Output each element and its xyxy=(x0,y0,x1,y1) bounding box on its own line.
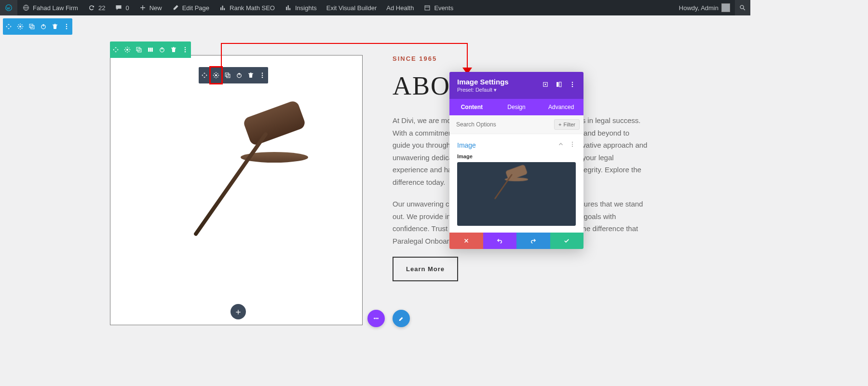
add-module-button[interactable]: ＋ xyxy=(231,304,246,319)
svg-rect-21 xyxy=(151,48,153,52)
new-label: New xyxy=(149,4,162,12)
comments[interactable]: 0 xyxy=(110,0,134,15)
move-icon[interactable] xyxy=(3,18,14,35)
svg-point-39 xyxy=(545,84,546,85)
edit-page[interactable]: Edit Page xyxy=(167,0,214,15)
search-row: +Filter xyxy=(449,115,583,134)
svg-point-16 xyxy=(126,49,128,51)
updates-count: 22 xyxy=(98,4,105,12)
more-icon[interactable] xyxy=(257,67,268,83)
ad-health[interactable]: Ad Health xyxy=(381,0,419,15)
events[interactable]: Events xyxy=(419,0,458,15)
svg-point-46 xyxy=(572,144,573,145)
svg-rect-29 xyxy=(227,74,230,78)
tab-advanced[interactable]: Advanced xyxy=(539,99,583,115)
tab-content[interactable]: Content xyxy=(449,99,494,115)
svg-rect-40 xyxy=(556,82,558,87)
panel-title: Image Settings xyxy=(457,78,509,86)
trash-icon[interactable] xyxy=(245,67,257,83)
svg-point-25 xyxy=(185,49,186,51)
trash-icon[interactable] xyxy=(168,41,179,58)
panel-preset[interactable]: Preset: Default ▾ xyxy=(457,87,509,93)
more-icon[interactable] xyxy=(179,41,191,58)
image-settings-panel: Image Settings Preset: Default ▾ Content… xyxy=(449,72,583,249)
search-icon xyxy=(739,4,746,11)
rank-math-label: Rank Math SEO xyxy=(230,4,275,12)
avatar xyxy=(721,3,730,12)
move-icon[interactable] xyxy=(110,41,122,58)
site-name-label: Fahad Law Firm xyxy=(33,4,78,12)
section-label: Image xyxy=(457,141,476,149)
calendar-icon xyxy=(423,4,431,12)
wp-logo[interactable] xyxy=(0,0,17,15)
panel-header[interactable]: Image Settings Preset: Default ▾ xyxy=(449,72,583,99)
duplicate-icon[interactable] xyxy=(133,41,145,58)
exit-vb[interactable]: Exit Visual Builder xyxy=(322,0,382,15)
howdy[interactable]: Howdy, Admin xyxy=(674,0,735,15)
svg-point-14 xyxy=(66,26,68,28)
svg-point-32 xyxy=(262,73,263,74)
svg-rect-41 xyxy=(559,82,561,87)
svg-point-36 xyxy=(376,318,377,319)
duplicate-icon[interactable] xyxy=(222,67,233,83)
chart-icon xyxy=(219,4,227,12)
svg-point-47 xyxy=(572,146,573,147)
svg-point-42 xyxy=(572,82,573,83)
search-input[interactable] xyxy=(453,118,554,131)
events-label: Events xyxy=(434,4,453,12)
more-icon[interactable] xyxy=(569,81,576,90)
image-module[interactable] xyxy=(110,55,363,325)
filter-label: Filter xyxy=(564,122,575,127)
filter-button[interactable]: +Filter xyxy=(554,119,580,130)
updates[interactable]: 22 xyxy=(83,0,110,15)
expand-icon[interactable] xyxy=(542,81,549,90)
svg-line-7 xyxy=(743,8,745,10)
svg-point-37 xyxy=(377,318,379,319)
svg-rect-17 xyxy=(136,47,140,51)
redo-button[interactable] xyxy=(516,233,550,249)
svg-point-45 xyxy=(572,142,573,143)
svg-point-8 xyxy=(19,26,21,28)
insights[interactable]: Insights xyxy=(280,0,322,15)
tab-design[interactable]: Design xyxy=(494,99,539,115)
duplicate-icon[interactable] xyxy=(26,18,38,35)
image-field-label: Image xyxy=(457,153,576,159)
insights-label: Insights xyxy=(295,4,317,12)
panel-footer xyxy=(449,233,583,249)
gavel-image xyxy=(110,55,362,325)
chevron-up-icon[interactable] xyxy=(557,141,564,150)
cancel-button[interactable] xyxy=(449,233,483,249)
admin-search[interactable] xyxy=(735,0,750,15)
pencil-icon xyxy=(172,4,179,12)
power-icon[interactable] xyxy=(233,67,245,83)
power-icon[interactable] xyxy=(156,41,168,58)
new-menu[interactable]: New xyxy=(134,0,167,15)
more-icon[interactable] xyxy=(61,18,72,35)
learn-more-button[interactable]: Learn More xyxy=(393,257,458,281)
settings-gear-icon[interactable] xyxy=(210,67,222,83)
image-thumbnail[interactable] xyxy=(457,162,576,226)
section-header[interactable]: Image xyxy=(449,134,583,153)
gear-icon[interactable] xyxy=(122,41,133,58)
annotation-arrow xyxy=(221,43,222,67)
fab-edit[interactable] xyxy=(393,310,410,327)
trash-icon[interactable] xyxy=(49,18,61,35)
home-icon xyxy=(22,4,30,12)
site-name[interactable]: Fahad Law Firm xyxy=(17,0,83,15)
save-button[interactable] xyxy=(550,233,584,249)
columns-icon[interactable] xyxy=(145,41,156,58)
svg-rect-10 xyxy=(31,26,34,29)
edit-page-label: Edit Page xyxy=(182,4,209,12)
svg-point-0 xyxy=(6,5,12,11)
svg-point-15 xyxy=(66,28,68,29)
snap-icon[interactable] xyxy=(556,81,562,90)
undo-button[interactable] xyxy=(483,233,517,249)
rank-math[interactable]: Rank Math SEO xyxy=(214,0,280,15)
fab-more[interactable] xyxy=(367,310,385,327)
more-icon[interactable] xyxy=(569,141,576,150)
gear-icon[interactable] xyxy=(14,18,26,35)
power-icon[interactable] xyxy=(38,18,49,35)
svg-point-43 xyxy=(572,84,573,85)
svg-point-13 xyxy=(66,24,68,26)
move-icon[interactable] xyxy=(199,67,210,83)
